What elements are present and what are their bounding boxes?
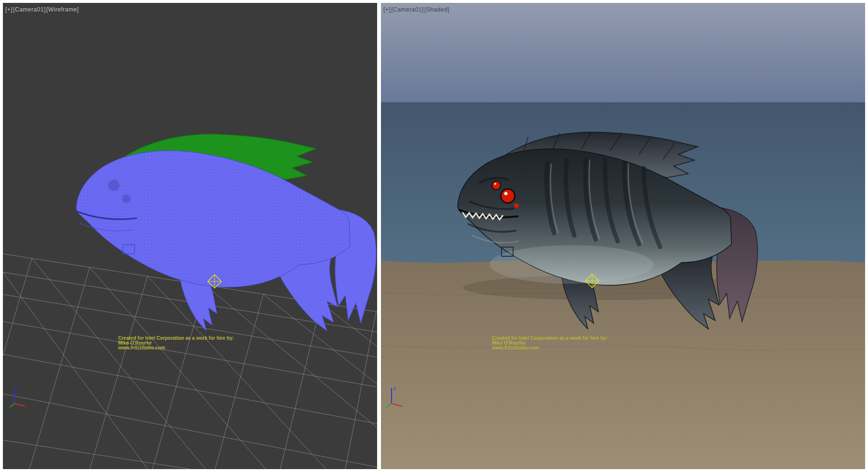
viewport-camera01-shaded[interactable]: z [+][Camera01][Shaded] Created for Inte… [381, 3, 865, 469]
viewport-menu-shading[interactable]: [Wireframe] [46, 6, 79, 13]
axis-x-line [14, 403, 25, 406]
license-watermark: Created for Intel Corporation as a work … [492, 336, 608, 350]
viewport-camera01-wireframe[interactable]: z [+][Camera01][Wireframe] Created for I… [3, 3, 377, 469]
fish-model-wireframe[interactable] [76, 134, 376, 331]
viewport-menu-camera[interactable]: [Camera01] [391, 6, 424, 13]
viewport-menu-expand[interactable]: [+] [383, 6, 391, 13]
axis-z-label: z [16, 386, 19, 391]
watermark-line3: www.fritzstudio.com [118, 346, 234, 350]
fish-belly-highlight [489, 245, 653, 284]
watermark-line3: www.fritzstudio.com [492, 346, 608, 350]
viewport-label-left: [+][Camera01][Wireframe] [5, 6, 79, 13]
fish-eye-spot-2 [122, 194, 131, 203]
dual-viewport-window: z [+][Camera01][Wireframe] Created for I… [0, 0, 868, 472]
viewport-label-right: [+][Camera01][Shaded] [383, 6, 450, 13]
license-watermark: Created for Intel Corporation as a work … [118, 336, 234, 350]
axis-z-label: z [393, 386, 396, 391]
viewport-menu-expand[interactable]: [+] [5, 6, 13, 13]
fish-eye-spot-1 [108, 180, 120, 191]
axis-y-line [10, 403, 14, 407]
sky-background [381, 3, 865, 102]
wireframe-scene-canvas: z [3, 3, 377, 469]
viewport-menu-camera[interactable]: [Camera01] [13, 6, 46, 13]
shaded-scene-canvas: z [381, 3, 865, 469]
viewport-menu-shading[interactable]: [Shaded] [424, 6, 449, 13]
